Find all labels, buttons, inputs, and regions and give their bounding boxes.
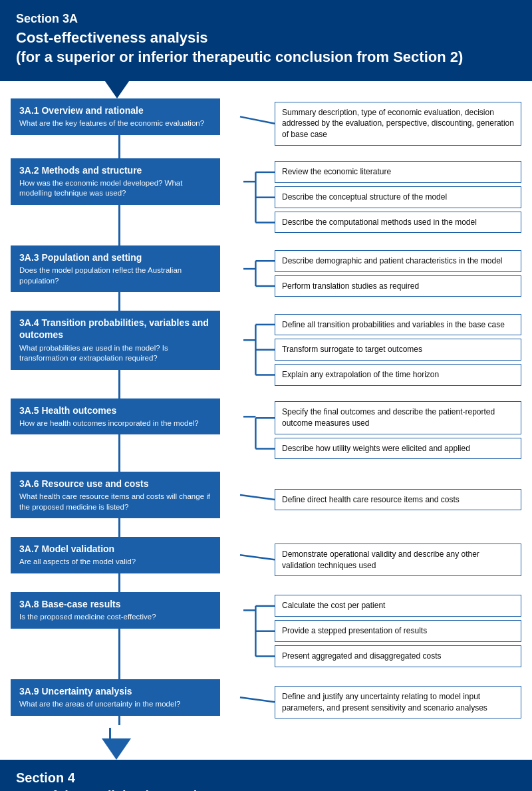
svg-line-19 [240, 495, 275, 500]
page-footer: Section 4 Use of the medicine in practic… [0, 760, 532, 791]
section-left-3a8: 3A.8 Base-case resultsIs the proposed me… [11, 592, 240, 670]
connector-3a1 [240, 98, 275, 148]
section-subtitle-3a4: What probabilities are used in the model… [19, 343, 211, 364]
section-gap-3a6 [5, 528, 527, 537]
connector-svg-3a1 [240, 98, 275, 148]
section-subtitle-3a9: What are the areas of uncertainty in the… [19, 699, 211, 710]
section-subtitle-3a1: What are the key features of the economi… [19, 118, 211, 129]
section-group-3a8: 3A.8 Base-case resultsIs the proposed me… [5, 592, 527, 670]
section-subtitle-3a8: Is the proposed medicine cost-effective? [19, 612, 211, 623]
section-title-3a4: 3A.4 Transition probabilities, variables… [19, 317, 211, 341]
right-col-3a6: Define direct health care resource items… [275, 472, 521, 528]
connector-3a4 [240, 311, 275, 389]
section-title-3a9: 3A.9 Uncertainty analysis [19, 685, 211, 697]
right-box-3a1-0: Summary description, type of economic ev… [275, 102, 521, 146]
right-col-3a8: Calculate the cost per patientProvide a … [275, 592, 521, 670]
blue-box-3a3: 3A.3 Population and settingDoes the mode… [11, 245, 220, 292]
right-box-3a2-0: Review the economic literature [275, 161, 521, 183]
sections-container: 3A.1 Overview and rationaleWhat are the … [5, 98, 527, 725]
section-gap-3a3 [5, 301, 527, 311]
right-col-3a4: Define all transition probabilities and … [275, 311, 521, 389]
section-group-3a1: 3A.1 Overview and rationaleWhat are the … [5, 98, 527, 148]
section-subtitle-3a7: Are all aspects of the model valid? [19, 557, 211, 567]
section-title-3a8: 3A.8 Base-case results [19, 598, 211, 610]
section-title-3a3: 3A.3 Population and setting [19, 251, 211, 263]
connector-3a8 [240, 592, 275, 670]
section-group-3a3: 3A.3 Population and settingDoes the mode… [5, 245, 527, 301]
section-subtitle-3a6: What health care resource items and cost… [19, 492, 211, 512]
section-title-3a2: 3A.2 Methods and structure [19, 164, 211, 176]
right-box-3a6-0: Define direct health care resource items… [275, 489, 521, 511]
section-gap-3a8 [5, 670, 527, 679]
right-box-3a4-0: Define all transition probabilities and … [275, 314, 521, 336]
section-group-3a2: 3A.2 Methods and structureHow was the ec… [5, 158, 527, 236]
connector-3a5 [240, 398, 275, 462]
right-col-3a7: Demonstrate operational validity and des… [275, 537, 521, 583]
section-left-3a9: 3A.9 Uncertainty analysisWhat are the ar… [11, 679, 240, 725]
footer-title: Use of the medicine in practice [16, 788, 516, 791]
page-header: Section 3A Cost-effectiveness analysis (… [0, 0, 532, 81]
connector-svg-3a7 [240, 537, 275, 583]
section-group-3a4: 3A.4 Transition probabilities, variables… [5, 311, 527, 389]
bottom-arrow-down [102, 738, 131, 760]
right-box-3a3-1: Perform translation studies as required [275, 275, 521, 297]
blue-box-3a1: 3A.1 Overview and rationaleWhat are the … [11, 98, 220, 135]
blue-box-3a7: 3A.7 Model validationAre all aspects of … [11, 537, 220, 573]
right-box-3a8-0: Calculate the cost per patient [275, 595, 521, 617]
section-group-3a6: 3A.6 Resource use and costsWhat health c… [5, 472, 527, 528]
connector-svg-3a9 [240, 679, 275, 725]
right-box-3a9-0: Define and justify any uncertainty relat… [275, 686, 521, 719]
section-left-3a3: 3A.3 Population and settingDoes the mode… [11, 245, 240, 301]
footer-section-label: Section 4 [16, 770, 516, 786]
header-title-line1: Cost-effectiveness analysis [16, 29, 208, 46]
section-subtitle-3a5: How are health outcomes incorporated in … [19, 418, 211, 429]
section-left-3a5: 3A.5 Health outcomesHow are health outco… [11, 398, 240, 462]
connector-3a9 [240, 679, 275, 725]
section-gap-3a5 [5, 462, 527, 472]
connector-svg-3a5 [240, 398, 275, 462]
section-gap-3a4 [5, 389, 527, 398]
blue-box-3a4: 3A.4 Transition probabilities, variables… [11, 311, 220, 369]
section-left-3a7: 3A.7 Model validationAre all aspects of … [11, 537, 240, 583]
section-title-3a1: 3A.1 Overview and rationale [19, 104, 211, 116]
section-gap-3a7 [5, 583, 527, 592]
connector-svg-3a3 [240, 245, 275, 301]
section-title-3a5: 3A.5 Health outcomes [19, 404, 211, 416]
header-title: Cost-effectiveness analysis (for a super… [16, 29, 516, 67]
section-left-3a4: 3A.4 Transition probabilities, variables… [11, 311, 240, 389]
section-group-3a9: 3A.9 Uncertainty analysisWhat are the ar… [5, 679, 527, 725]
blue-box-3a6: 3A.6 Resource use and costsWhat health c… [11, 472, 220, 518]
right-box-3a8-2: Present aggregated and disaggregated cos… [275, 645, 521, 667]
section-left-3a2: 3A.2 Methods and structureHow was the ec… [11, 158, 240, 236]
section-subtitle-3a2: How was the economic model developed? Wh… [19, 178, 211, 199]
right-box-3a5-0: Specify the final outcomes and describe … [275, 401, 521, 434]
svg-line-0 [240, 117, 275, 124]
top-arrow-down [105, 81, 129, 98]
section-title-3a6: 3A.6 Resource use and costs [19, 478, 211, 490]
right-box-3a2-1: Describe the conceptual structure of the… [275, 186, 521, 208]
svg-line-20 [240, 555, 275, 560]
connector-svg-3a4 [240, 311, 275, 389]
connector-3a3 [240, 245, 275, 301]
connector-3a6 [240, 472, 275, 528]
right-col-3a9: Define and justify any uncertainty relat… [275, 679, 521, 725]
section-group-3a7: 3A.7 Model validationAre all aspects of … [5, 537, 527, 583]
section-subtitle-3a3: Does the model population reflect the Au… [19, 265, 211, 286]
svg-line-26 [240, 698, 275, 703]
right-col-3a2: Review the economic literatureDescribe t… [275, 158, 521, 236]
blue-box-3a2: 3A.2 Methods and structureHow was the ec… [11, 158, 220, 205]
right-box-3a8-1: Provide a stepped presentation of result… [275, 620, 521, 642]
section-title-3a7: 3A.7 Model validation [19, 543, 211, 555]
header-title-line2: (for a superior or inferior therapeutic … [16, 49, 463, 65]
right-box-3a4-1: Transform surrogate to target outcomes [275, 339, 521, 361]
right-box-3a7-0: Demonstrate operational validity and des… [275, 544, 521, 577]
connector-svg-3a2 [240, 158, 275, 236]
right-box-3a4-2: Explain any extrapolation of the time ho… [275, 364, 521, 386]
section-gap-3a1 [5, 149, 527, 158]
right-box-3a2-2: Describe the computational methods used … [275, 212, 521, 234]
connector-3a7 [240, 537, 275, 583]
right-col-3a1: Summary description, type of economic ev… [275, 98, 521, 148]
section-gap-3a2 [5, 236, 527, 245]
right-box-3a3-0: Describe demographic and patient charact… [275, 250, 521, 272]
right-box-3a5-1: Describe how utility weights were elicit… [275, 438, 521, 460]
